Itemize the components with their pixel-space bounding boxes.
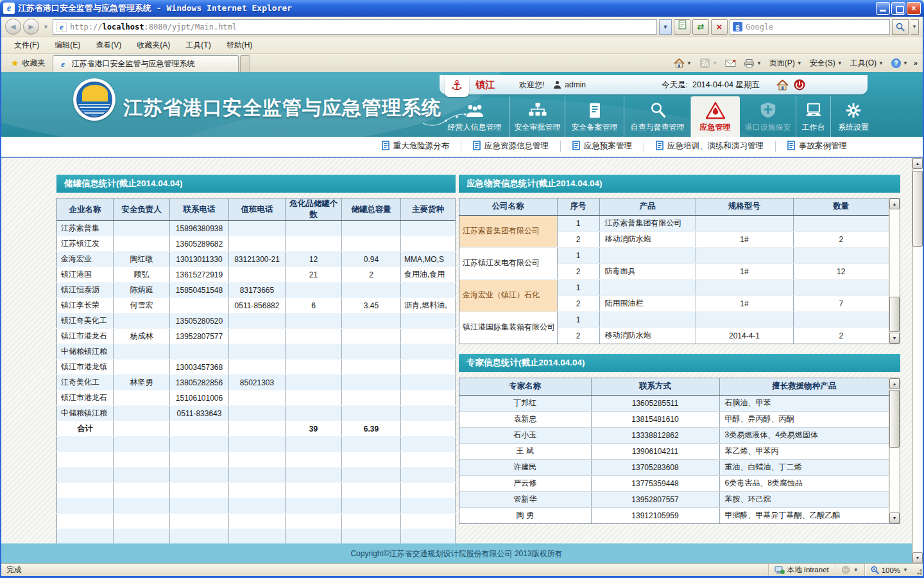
menu-item[interactable]: 查看(V) bbox=[88, 38, 129, 53]
column-header: 危化品储罐个数 bbox=[286, 198, 342, 221]
tank-row: 镇江李长荣何雪宏0511-85688263.45沥青,燃料油, bbox=[57, 298, 456, 313]
subnav-item-1[interactable]: 重大危险源分布 bbox=[370, 141, 462, 152]
expert-row: 管新华13952807557苯胺、环己烷 bbox=[459, 491, 889, 507]
overflow-chevron-icon[interactable]: » bbox=[914, 59, 918, 67]
nav-item-5[interactable]: 应急管理 bbox=[691, 96, 740, 137]
tab-current[interactable]: e 江苏省港口安全监管与应急管理系统 bbox=[53, 55, 239, 72]
nav-item-7[interactable]: 工作台 bbox=[796, 96, 831, 137]
search-box: g bbox=[730, 19, 890, 35]
close-button[interactable]: × bbox=[907, 2, 921, 15]
nav-item-label: 系统设置 bbox=[838, 122, 869, 133]
url-text: http://localhost:8080/yjpt/Main.html bbox=[70, 22, 237, 31]
home-icon bbox=[776, 80, 789, 91]
restore-button[interactable] bbox=[891, 2, 905, 15]
scroll-thumb[interactable] bbox=[912, 171, 923, 247]
rss-icon bbox=[699, 58, 710, 68]
supplies-header-row: 公司名称序号产品规格型号数量 bbox=[459, 198, 889, 215]
subnav-item-3[interactable]: 应急预案管理 bbox=[561, 141, 644, 152]
nav-item-4[interactable]: 自查与督查管理 bbox=[624, 96, 691, 137]
scroll-down-icon[interactable]: ▼ bbox=[889, 333, 900, 344]
main-scrollbar[interactable]: ▲ ▼ bbox=[912, 158, 923, 563]
gear-icon bbox=[844, 101, 862, 120]
tank-row: 镇江市港龙石杨成林13952807577 bbox=[57, 329, 456, 344]
subnav-item-4[interactable]: 应急培训、演练和演习管理 bbox=[644, 141, 776, 152]
search-input[interactable] bbox=[746, 22, 887, 31]
expert-row: 许建民13705283608重油、白蜡油、丁二烯 bbox=[459, 459, 889, 475]
welcome-label: 欢迎您! bbox=[519, 80, 544, 91]
scroll-thumb[interactable] bbox=[889, 297, 900, 332]
print-button[interactable]: ▼ bbox=[742, 57, 764, 69]
back-button[interactable]: ◄ bbox=[5, 19, 21, 35]
column-header: 擅长救援物种产品 bbox=[719, 378, 889, 395]
scroll-thumb[interactable] bbox=[889, 390, 900, 448]
experts-scrollbar[interactable]: ▲ ▼ bbox=[889, 378, 900, 523]
url-dropdown-button[interactable]: ▼ bbox=[659, 19, 672, 35]
supplies-scrollbar[interactable]: ▲ ▼ bbox=[889, 198, 900, 344]
menu-item[interactable]: 工具(T) bbox=[178, 38, 218, 53]
scroll-down-icon[interactable]: ▼ bbox=[912, 552, 923, 563]
home-shortcut-button[interactable] bbox=[776, 80, 789, 91]
tab-bar: ★ 收藏夹 e 江苏省港口安全监管与应急管理系统 ▼ ▼ ▼ 页面(P)▼ 安全… bbox=[1, 54, 923, 72]
new-tab-stub[interactable] bbox=[240, 55, 250, 72]
document-icon bbox=[586, 101, 603, 120]
safety-menu[interactable]: 安全(S)▼ bbox=[808, 57, 844, 70]
refresh-button[interactable]: ⇄ bbox=[692, 19, 709, 35]
supplies-row: 金海宏业（镇江）石化1 bbox=[459, 279, 889, 295]
logout-button[interactable] bbox=[794, 79, 805, 91]
magnifier-icon bbox=[896, 22, 905, 31]
star-icon: ★ bbox=[11, 58, 19, 68]
tank-row bbox=[57, 437, 456, 452]
experts-table: 专家名称联系方式擅长救援物种产品 丁邦红13605285511石脑油、甲苯袁新忠… bbox=[459, 378, 889, 524]
menu-item[interactable]: 收藏夹(A) bbox=[129, 38, 178, 53]
history-dropdown-icon[interactable]: ▼ bbox=[41, 24, 51, 30]
subnav-item-5[interactable]: 事故案例管理 bbox=[776, 141, 859, 152]
company-cell: 江苏镇江发电有限公司 bbox=[459, 247, 557, 279]
menu-item[interactable]: 编辑(E) bbox=[47, 38, 88, 53]
page-footer: Copyright©江苏省交通规划设计院股份有限公司 2013版权所有 bbox=[1, 543, 912, 563]
scroll-down-icon[interactable]: ▼ bbox=[889, 512, 900, 523]
favorites-button[interactable]: ★ 收藏夹 bbox=[4, 55, 53, 71]
help-menu[interactable]: ?▼ bbox=[889, 57, 910, 69]
command-bar: ▼ ▼ ▼ 页面(P)▼ 安全(S)▼ 工具(O)▼ ?▼ » bbox=[672, 54, 920, 72]
forward-button[interactable]: ► bbox=[23, 19, 39, 35]
nav-item-1[interactable]: 经营人信息管理 bbox=[440, 96, 510, 137]
page-doc-icon bbox=[787, 141, 795, 152]
scroll-up-icon[interactable]: ▲ bbox=[889, 378, 900, 389]
home-button[interactable]: ▼ bbox=[672, 57, 694, 69]
nav-item-8[interactable]: 系统设置 bbox=[831, 96, 876, 137]
resize-grip[interactable] bbox=[914, 564, 923, 576]
nav-item-2[interactable]: 安全审批管理 bbox=[510, 96, 565, 137]
minimize-button[interactable] bbox=[876, 2, 890, 15]
warning-icon bbox=[706, 101, 725, 120]
menu-item[interactable]: 文件(F) bbox=[6, 38, 47, 53]
feeds-button[interactable]: ▼ bbox=[697, 57, 719, 69]
search-dropdown-icon[interactable]: ▼ bbox=[911, 19, 919, 35]
menu-bar: 文件(F)编辑(E)查看(V)收藏夹(A)工具(T)帮助(H) bbox=[1, 37, 923, 54]
nav-item-6[interactable]: 港口设施保安 bbox=[740, 96, 796, 137]
tank-row: 江苏索普集15896380938 bbox=[57, 221, 456, 236]
zoom-control[interactable]: 100% ▼ bbox=[864, 564, 914, 576]
scroll-up-icon[interactable]: ▲ bbox=[912, 158, 923, 169]
column-header: 安全负责人 bbox=[114, 198, 170, 221]
nav-item-3[interactable]: 安全备案管理 bbox=[565, 96, 624, 137]
url-field[interactable]: e http://localhost:8080/yjpt/Main.html bbox=[53, 19, 657, 35]
search-button[interactable] bbox=[892, 19, 909, 35]
expert-row: 石小玉133388128623类易燃液体、4类易燃固体 bbox=[459, 427, 889, 443]
tank-panel-title: 储罐信息统计(截止2014.04.04) bbox=[56, 175, 456, 193]
page-menu[interactable]: 页面(P)▼ bbox=[767, 57, 804, 70]
compatibility-button[interactable] bbox=[674, 19, 690, 35]
supplies-row: 江苏镇江发电有限公司1 bbox=[459, 247, 889, 263]
stop-button[interactable]: × bbox=[711, 19, 728, 35]
tools-menu[interactable]: 工具(O)▼ bbox=[848, 57, 886, 70]
read-mail-button[interactable] bbox=[723, 57, 738, 69]
experts-panel-title: 专家信息统计(截止2014.04.04) bbox=[459, 354, 900, 372]
column-header: 公司名称 bbox=[459, 198, 557, 215]
tank-row: 镇江恒泰沥陈炳庭1585045154883173665 bbox=[57, 283, 456, 298]
expert-row: 严云修137753594486类毒害品、8类腐蚀品 bbox=[459, 475, 889, 491]
protected-mode-control[interactable]: ▼ bbox=[835, 564, 864, 576]
scroll-up-icon[interactable]: ▲ bbox=[889, 198, 900, 209]
tank-table: 企业名称安全负责人联系电话值班电话危化品储罐个数储罐总容量主要货种 江苏索普集1… bbox=[56, 198, 456, 545]
menu-item[interactable]: 帮助(H) bbox=[219, 38, 261, 53]
tank-row: 中储粮镇江粮 bbox=[57, 344, 456, 360]
subnav-item-2[interactable]: 应急资源信息管理 bbox=[461, 141, 561, 152]
